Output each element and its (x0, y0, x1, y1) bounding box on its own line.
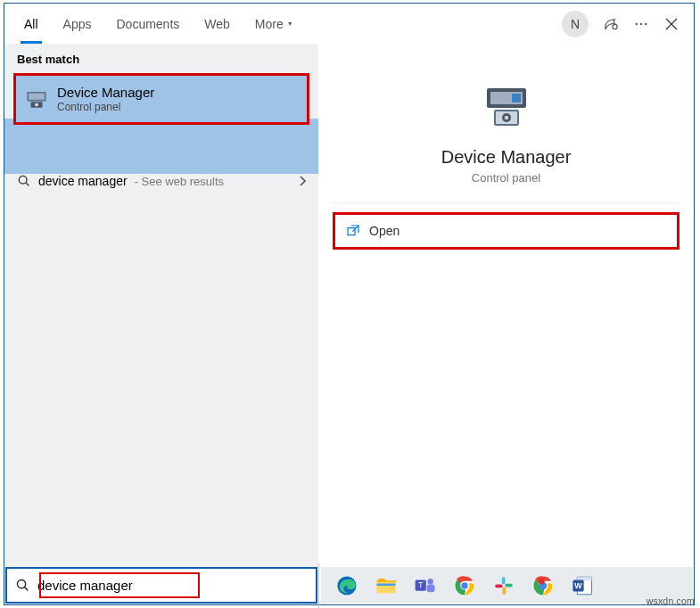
svg-rect-24 (427, 584, 435, 592)
tab-apps[interactable]: Apps (51, 4, 104, 44)
tab-all[interactable]: All (12, 4, 51, 44)
web-query-text: device manager (38, 174, 128, 188)
slack-icon[interactable] (489, 571, 519, 601)
svg-rect-16 (348, 228, 355, 235)
tab-documents[interactable]: Documents (103, 4, 192, 44)
svg-rect-11 (512, 94, 521, 103)
tab-label: Documents (116, 17, 179, 31)
teams-icon[interactable]: T (410, 571, 441, 601)
open-label: Open (369, 224, 399, 238)
svg-text:T: T (418, 580, 424, 589)
edge-icon[interactable] (332, 571, 362, 601)
search-body: Best match Device Manager Control panel … (4, 44, 694, 604)
search-window: All Apps Documents Web More▼ N Best matc… (4, 3, 695, 605)
preview-card: Device Manager Control panel (333, 62, 679, 203)
divider (318, 563, 319, 608)
actions-list: Open (333, 212, 679, 250)
svg-rect-30 (503, 587, 506, 594)
watermark: wsxdn.com (646, 596, 695, 606)
tab-label: Apps (63, 17, 92, 31)
open-action[interactable]: Open (333, 212, 679, 250)
file-explorer-icon[interactable] (371, 571, 401, 601)
best-match-heading: Best match (4, 44, 318, 73)
svg-point-3 (645, 22, 646, 24)
tab-web[interactable]: Web (192, 4, 243, 44)
user-avatar[interactable]: N (562, 11, 589, 37)
feedback-icon[interactable] (596, 9, 626, 39)
preview-title: Device Manager (441, 147, 572, 168)
svg-text:W: W (574, 581, 582, 590)
chevron-down-icon: ▼ (287, 21, 293, 27)
chevron-right-icon (299, 176, 306, 186)
more-options-icon[interactable] (626, 9, 656, 39)
result-title: Device Manager (57, 85, 154, 100)
search-bar[interactable] (5, 567, 317, 604)
svg-point-8 (19, 176, 27, 184)
tab-more[interactable]: More▼ (243, 4, 306, 44)
svg-point-2 (640, 22, 642, 24)
selection-highlight (4, 119, 318, 174)
search-icon (7, 578, 37, 593)
result-subtitle: Control panel (57, 101, 154, 113)
preview-panel: Device Manager Control panel Open (318, 44, 694, 604)
svg-rect-28 (502, 577, 506, 584)
close-button[interactable] (656, 9, 687, 39)
svg-rect-5 (29, 94, 45, 100)
svg-point-1 (636, 22, 638, 24)
device-manager-large-icon (478, 79, 535, 136)
filter-tabs: All Apps Documents Web More▼ N (4, 4, 694, 44)
svg-point-34 (539, 578, 545, 584)
tab-label: More (255, 17, 284, 31)
svg-point-0 (613, 24, 617, 29)
web-hint-text: - See web results (135, 175, 224, 188)
svg-point-7 (35, 103, 38, 106)
svg-point-17 (17, 579, 25, 587)
best-match-result[interactable]: Device Manager Control panel (13, 73, 309, 125)
svg-rect-31 (495, 584, 502, 587)
svg-point-15 (504, 116, 508, 120)
chrome-icon[interactable] (449, 571, 480, 601)
svg-point-23 (427, 578, 433, 584)
svg-rect-19 (376, 581, 395, 593)
tab-label: Web (204, 17, 230, 31)
word-icon[interactable]: W (567, 571, 597, 601)
svg-rect-29 (506, 583, 513, 587)
avatar-initial: N (571, 17, 580, 31)
taskbar: T W (321, 567, 693, 604)
search-input[interactable] (37, 569, 316, 602)
chrome-alt-icon[interactable] (528, 571, 558, 601)
svg-rect-20 (376, 583, 395, 585)
search-icon (17, 174, 31, 188)
results-panel: Best match Device Manager Control panel … (4, 44, 318, 604)
tab-label: All (24, 17, 38, 31)
device-manager-icon (25, 87, 48, 111)
open-icon (346, 224, 360, 238)
preview-subtitle: Control panel (472, 171, 540, 185)
